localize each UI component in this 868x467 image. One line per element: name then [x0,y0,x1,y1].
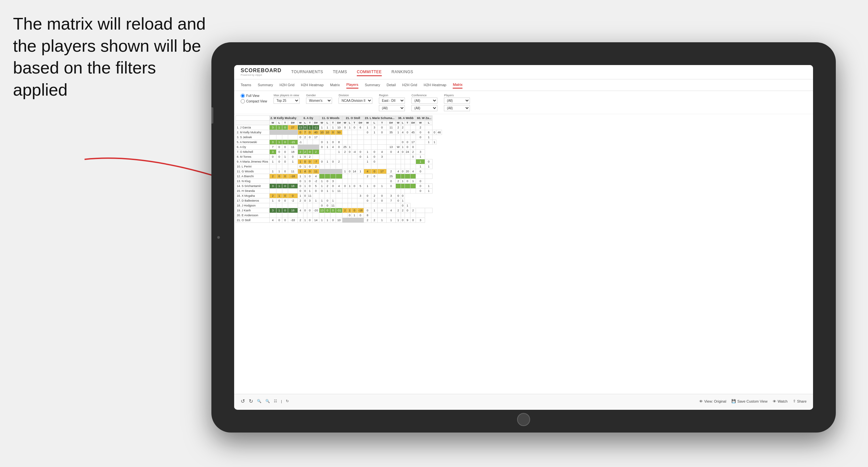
cell [357,164,364,169]
compact-view-radio-input[interactable] [241,99,245,103]
matrix-area[interactable]: 2. M Kelly Mulcahy 6. A Dy 11. G Woods 2… [234,114,813,394]
nav-teams[interactable]: TEAMS [333,68,347,76]
compact-view-label: Compact View [246,99,267,103]
cell: 2 [396,125,401,130]
tab-summary[interactable]: Summary [257,82,273,88]
region-select[interactable]: East - DII [379,98,405,104]
cell [401,164,405,169]
cell [282,164,288,169]
redo-button[interactable]: ↻ [249,398,253,404]
cell: 5 [357,184,364,189]
cell: 1 [357,169,364,174]
cell: 0 [351,208,357,213]
watch-button[interactable]: 👁 Watch [773,399,788,403]
cell: 13 [298,125,303,130]
cell [342,189,348,193]
table-row: 7. O Mitchell 3 0 0 18 2 2 0 2 1 2 [236,150,442,154]
tab-h2h-heatmap[interactable]: H2H Heatmap [301,82,323,88]
tab-matrix[interactable]: Matrix [330,82,340,88]
save-custom-button[interactable]: 💾 Save Custom View [732,399,768,403]
refresh-button[interactable]: ↻ [286,399,289,403]
players-all-select[interactable]: (All) [444,105,470,111]
tab-h2h-heatmap2[interactable]: H2H Heatmap [424,82,446,88]
region-all-select[interactable]: (All) [379,105,405,111]
nav-committee[interactable]: COMMITTEE [357,68,382,76]
tab-players[interactable]: Players [346,81,359,89]
cell: 3 [357,193,364,198]
cell: 2 [298,198,303,203]
view-original-button[interactable]: 👁 View: Original [699,399,726,403]
self-cell [319,169,342,174]
cell: 9 [405,218,410,223]
table-row: 9. A Maria Jimenez Rios 1 0 0 1 1 0 0 -7… [236,159,442,164]
cell [364,189,371,193]
cell: 0 [282,193,288,198]
cell: 2 [396,179,401,184]
conference-select[interactable]: (All) [411,98,437,104]
cell: 1 [298,193,303,198]
full-view-radio[interactable]: Full View [241,94,267,98]
full-view-radio-input[interactable] [241,94,245,98]
grid-button[interactable]: ☷ [274,399,277,403]
max-players-select[interactable]: Top 25 [274,98,300,104]
sh-w-dif: Dif [336,121,342,125]
zoom-in-button[interactable]: 🔍 [266,399,270,403]
cell [276,135,282,140]
cell: 0 [307,184,313,189]
conference-all-select[interactable]: (All) [411,105,437,111]
cell [342,193,348,198]
tab-summary2[interactable]: Summary [365,82,380,88]
cell [303,213,307,218]
tab-matrix2[interactable]: Matrix [453,81,462,89]
cell: 0 [386,150,396,154]
cell [336,135,342,140]
tab-detail[interactable]: Detail [387,82,396,88]
cell [405,154,410,159]
gender-select[interactable]: Women's [306,98,332,104]
nav-rankings[interactable]: RANKINGS [392,68,413,76]
cell [405,213,410,218]
cell [298,213,303,218]
cell: 3 [269,125,276,130]
cell [364,145,371,150]
nav-tournaments[interactable]: TOURNAMENTS [291,68,323,76]
tab-h2h-grid2[interactable]: H2H Grid [402,82,417,88]
cell: 3 [378,154,386,159]
cell: W [396,145,401,150]
cell: 0 [348,213,351,218]
cell [288,189,298,193]
cell: 14 [351,169,357,174]
cell: -1 [298,140,303,145]
cell [378,213,386,218]
cell: 0 [386,184,396,189]
cell: 1 [269,169,276,174]
cell: 2 [303,150,307,154]
tab-h2h-grid[interactable]: H2H Grid [279,82,294,88]
sh-za-l: L [425,121,433,125]
cell: 0 [396,198,401,203]
division-select[interactable]: NCAA Division II [339,98,372,104]
cell: 3 [416,218,425,223]
cell: 1 [364,150,371,154]
sh-wb-w: W [396,121,401,125]
tab-teams[interactable]: Teams [241,82,251,88]
undo-button[interactable]: ↺ [241,398,245,404]
cell: 0 [425,159,433,164]
sh-s-w: W [342,121,348,125]
cell: 1 [330,189,336,193]
cell [319,213,324,218]
cell: 11 [313,169,319,174]
cell [348,164,351,169]
zoom-out-button[interactable]: 🔍 [257,399,261,403]
compact-view-radio[interactable]: Compact View [241,99,267,103]
share-button[interactable]: ⇧ Share [793,399,807,403]
tablet-camera [217,236,220,239]
cell [371,145,378,150]
cell: 0 [307,150,313,154]
cell [348,189,351,193]
cell: 0 [330,140,336,145]
player-name: 15. H Stranda [236,189,270,193]
cell: 0 [405,130,410,135]
cell [336,203,342,208]
players-select[interactable]: (All) [444,98,470,104]
